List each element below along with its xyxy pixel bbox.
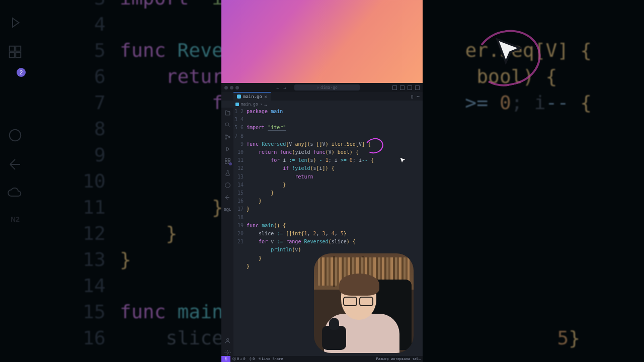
svg-rect-0 (10, 46, 15, 51)
breadcrumb-more: … (265, 102, 267, 107)
account-icon[interactable] (224, 337, 231, 344)
traffic-light-min[interactable] (230, 86, 233, 89)
svg-point-13 (225, 183, 230, 188)
command-center-search[interactable]: ⌕dima-go (294, 84, 360, 90)
breadcrumb[interactable]: main.go › … (221, 101, 423, 108)
status-liveshare[interactable]: ↯ Live Share (257, 357, 285, 361)
testing-icon[interactable] (224, 170, 231, 176)
run-debug-icon[interactable] (224, 146, 231, 152)
tab-label: main.go (243, 94, 262, 99)
remote-indicator[interactable]: ⎘ (221, 356, 230, 362)
activity-bar: SQL (221, 108, 233, 356)
svg-rect-9 (225, 159, 227, 161)
run-icon (8, 15, 23, 30)
svg-point-15 (226, 352, 228, 353)
bg-activity-bar: N2 (0, 0, 30, 362)
svg-rect-1 (16, 46, 21, 51)
layout-toggle-left-icon[interactable] (392, 85, 397, 90)
search-icon: ⌕ (316, 85, 319, 90)
extensions-icon[interactable] (224, 158, 231, 164)
status-indent[interactable]: Размер интервала таб… (374, 357, 423, 361)
status-bar[interactable]: ⎘ ⓧ0 ⚠0 ⟠0 ↯ Live Share Размер интервала… (221, 356, 423, 362)
nav-arrows[interactable]: ←→ (276, 85, 286, 90)
tab-close-icon[interactable]: × (264, 94, 267, 100)
badge-dot (229, 162, 232, 165)
microphone-icon (322, 326, 346, 350)
traffic-light-max[interactable] (235, 86, 239, 89)
share-icon (8, 157, 23, 172)
titlebar[interactable]: ←→ ⌕dima-go (221, 83, 423, 92)
nav-back-icon[interactable]: ← (276, 85, 279, 90)
svg-point-14 (226, 338, 228, 340)
svg-point-6 (225, 135, 226, 136)
top-gradient-panel (221, 0, 423, 83)
chevron-right-icon: › (260, 102, 263, 107)
breadcrumb-file: main.go (241, 102, 258, 107)
svg-point-7 (225, 138, 226, 139)
svg-rect-10 (228, 159, 230, 161)
search-icon[interactable] (224, 122, 231, 128)
go-file-icon (235, 103, 239, 106)
more-actions-icon[interactable]: ⋯ (417, 94, 420, 99)
nav-fwd-icon[interactable]: → (283, 85, 286, 90)
settings-gear-icon[interactable] (224, 349, 231, 356)
github-icon (8, 128, 23, 143)
bg-extension-badge: 2 (17, 68, 26, 77)
traffic-light-close[interactable] (224, 86, 228, 89)
tab-main-go[interactable]: main.go × (233, 92, 271, 101)
layout-toggle-bottom-icon[interactable] (400, 85, 405, 90)
svg-point-5 (225, 123, 229, 126)
n2-icon: N2 (11, 215, 20, 230)
svg-point-4 (10, 130, 21, 141)
line-number-gutter[interactable]: 1 2 3 4 5 6 7 8 9 10 11 12 13 14 15 16 1… (233, 108, 247, 356)
search-placeholder: dima-go (320, 85, 338, 90)
github-icon[interactable] (224, 182, 231, 189)
status-ports[interactable]: ⟠0 (248, 357, 257, 361)
customize-layout-icon[interactable] (415, 85, 420, 90)
extensions-icon (8, 44, 23, 59)
explorer-icon[interactable] (224, 110, 231, 116)
layout-toggle-right-icon[interactable] (408, 85, 412, 90)
source-control-icon[interactable] (224, 134, 231, 140)
cloud-icon (8, 186, 23, 201)
svg-rect-2 (10, 52, 15, 57)
status-errors[interactable]: ⓧ0 ⚠0 (230, 356, 248, 361)
sql-icon[interactable]: SQL (224, 206, 231, 213)
svg-rect-3 (16, 52, 21, 57)
live-share-icon[interactable] (224, 194, 231, 201)
go-file-icon (237, 95, 241, 99)
bg-cursor-icon (492, 35, 526, 71)
split-editor-icon[interactable]: ▯ (411, 94, 414, 99)
foreground-phone-crop: ←→ ⌕dima-go main.go × ▯ ⋯ main.go (221, 0, 423, 362)
svg-rect-11 (225, 162, 227, 164)
tab-bar: main.go × ▯ ⋯ (221, 92, 423, 101)
